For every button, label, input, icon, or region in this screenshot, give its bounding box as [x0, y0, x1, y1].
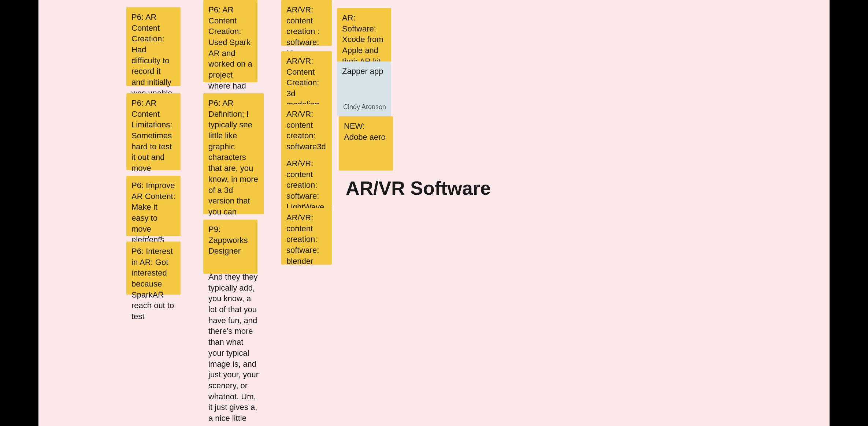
note-p6-ar-limitations[interactable]: P6: AR Content Limitations: Sometimes ha… [126, 93, 181, 170]
note-arvr-content-creation-lightwave[interactable]: AR/VR: content creation: software: Light… [281, 154, 332, 208]
note-arvr-content-creation-3d[interactable]: AR/VR: Content Creation: 3d modeling sof… [281, 51, 332, 106]
note-zapper-app[interactable]: Zapper app Cindy Aronson [337, 61, 391, 116]
note-p6-interest-in-ar[interactable]: P6: Interest in AR: Got interested becau… [126, 242, 181, 295]
note-ar-software-xcode[interactable]: AR: Software: Xcode from Apple and their… [337, 8, 391, 67]
note-arvr-content-creation-3ds[interactable]: AR/VR: content creaton: software3d Studi… [281, 104, 332, 156]
left-bar [0, 0, 38, 426]
note-p6-improve-ar[interactable]: P6: Improve AR Content: Make it easy to … [126, 176, 181, 236]
note-p6-ar-definition[interactable]: P6: AR Definition; I typically see littl… [203, 93, 264, 214]
zapper-app-author: Cindy Aronson [343, 102, 386, 111]
canvas: P6: AR Content Creation: Had difficulty … [0, 0, 868, 426]
note-new-adobe-aero[interactable]: NEW: Adobe aero [339, 116, 393, 171]
label-arvr-software: AR/VR Software [346, 177, 491, 199]
note-arvr-content-creation-blender[interactable]: AR/VR: content creation: software: blend… [281, 208, 332, 265]
note-p9-zappworks[interactable]: P9: Zappworks Designer [203, 220, 257, 274]
note-p6-ar-content-creation-used[interactable]: P6: AR Content Creation: Used Spark AR a… [203, 0, 257, 82]
right-bar [830, 0, 868, 426]
note-arvr-content-creation-maya[interactable]: AR/VR: content creation : software: Maya [281, 0, 332, 46]
zapper-app-title: Zapper app [342, 66, 386, 77]
note-p6-ar-content-creation-had[interactable]: P6: AR Content Creation: Had difficulty … [126, 7, 181, 86]
